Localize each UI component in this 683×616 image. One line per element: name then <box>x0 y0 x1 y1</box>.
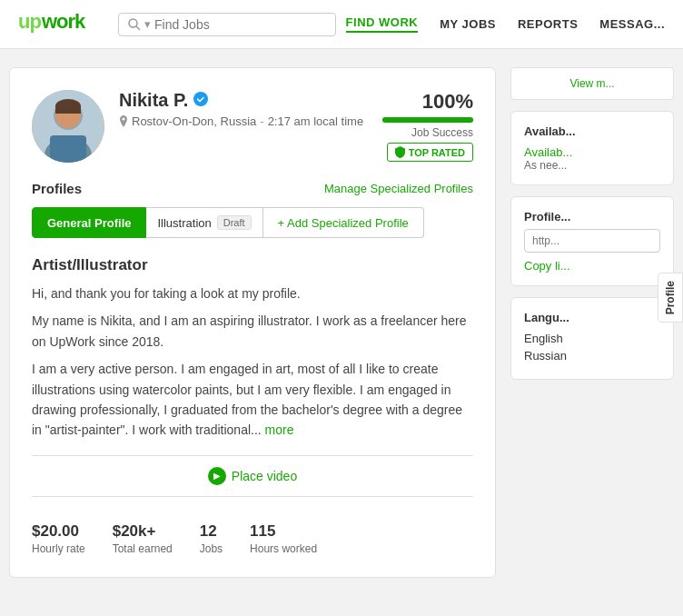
stat-hours-worked: 115 Hours worked <box>250 522 317 555</box>
place-video-label: Place video <box>232 469 297 483</box>
top-navigation: up work ▾ FIND WORK MY JOBS REPORTS MESS… <box>0 0 683 49</box>
logo[interactable]: up work <box>18 8 100 40</box>
bio-paragraph-2: My name is Nikita, and I am an aspiring … <box>32 311 473 352</box>
progress-bar-fill <box>382 117 473 123</box>
svg-point-2 <box>129 19 137 27</box>
nav-links: FIND WORK MY JOBS REPORTS MESSAG... <box>346 15 665 33</box>
verified-checkmark-icon <box>193 92 208 106</box>
local-time: 2:17 am local time <box>268 114 364 128</box>
profile-header: Nikita P. Rostov-On- <box>32 90 473 163</box>
location-icon <box>119 115 128 127</box>
svg-point-12 <box>123 118 125 121</box>
profile-stats: 100% Job Success TOP RATED <box>382 90 473 162</box>
svg-rect-7 <box>50 135 86 163</box>
tab-general-profile[interactable]: General Profile <box>32 207 146 238</box>
place-video-button[interactable]: ▶ Place video <box>208 467 297 485</box>
view-profile-link[interactable]: View m... <box>520 77 664 90</box>
profile-tabs: General Profile Illustration Draft + Add… <box>32 207 473 238</box>
tab-illustration-label: Illustration <box>157 216 211 230</box>
shield-icon <box>395 146 405 158</box>
availability-card: Availab... Availab... As nee... <box>510 111 674 185</box>
profile-name-row: Nikita P. <box>119 90 382 111</box>
profile-url-card: Profile... Copy li... <box>510 196 674 286</box>
logo-text: up work <box>18 12 100 39</box>
svg-text:work: work <box>41 10 86 33</box>
progress-bar <box>382 117 473 123</box>
location-text: Rostov-On-Don, Russia <box>132 114 256 128</box>
stat-jobs-label: Jobs <box>200 542 223 555</box>
profile-url-input[interactable] <box>524 229 660 253</box>
stat-hours-worked-value: 115 <box>250 522 317 541</box>
stat-hours-worked-label: Hours worked <box>250 542 317 555</box>
right-sidebar: View m... Availab... Availab... As nee..… <box>510 67 674 578</box>
tab-add-specialized-profile[interactable]: + Add Specialized Profile <box>263 207 424 238</box>
verified-icon <box>193 92 208 110</box>
profile-vertical-tab[interactable]: Profile <box>658 273 683 323</box>
copy-link[interactable]: Copy li... <box>524 259 570 273</box>
bio-section: Artist/Illustrator Hi, and thank you for… <box>32 256 473 441</box>
bio-more-link[interactable]: more <box>265 422 294 437</box>
svg-point-11 <box>193 92 208 106</box>
profiles-title: Profiles <box>32 181 82 196</box>
profile-name: Nikita P. <box>119 90 188 111</box>
bio-paragraph-3: I am a very active person. I am engaged … <box>32 359 473 441</box>
top-rated-label: TOP RATED <box>409 147 465 158</box>
search-bar[interactable]: ▾ <box>118 13 336 36</box>
profile-tab-label: Profile <box>664 281 677 314</box>
profile-url-title: Profile... <box>524 210 660 224</box>
profile-info: Nikita P. Rostov-On- <box>119 90 382 128</box>
time-separator: - <box>260 114 263 128</box>
availability-title: Availab... <box>524 124 660 138</box>
search-icon <box>128 18 141 31</box>
job-success-label: Job Success <box>382 126 473 139</box>
stat-total-earned-label: Total earned <box>113 542 173 555</box>
profiles-section: Profiles Manage Specialized Profiles Gen… <box>32 181 473 238</box>
availability-status: Availab... <box>524 145 660 159</box>
stat-hourly-rate-value: $20.00 <box>32 522 85 541</box>
stat-total-earned: $20k+ Total earned <box>113 522 173 555</box>
search-dropdown-icon[interactable]: ▾ <box>144 17 151 31</box>
main-container: Nikita P. Rostov-On- <box>0 49 683 596</box>
job-success-percent: 100% <box>382 90 473 114</box>
video-section: ▶ Place video <box>32 455 473 497</box>
language-title: Langu... <box>524 311 660 324</box>
language-english: English <box>524 332 660 345</box>
avatar-image <box>32 90 104 163</box>
profile-location: Rostov-On-Don, Russia - 2:17 am local ti… <box>119 114 382 128</box>
top-rated-badge: TOP RATED <box>387 143 473 162</box>
bio-paragraph-1: Hi, and thank you for taking a look at m… <box>32 283 473 303</box>
stat-hourly-rate: $20.00 Hourly rate <box>32 522 85 555</box>
stats-row: $20.00 Hourly rate $20k+ Total earned 12… <box>32 512 473 555</box>
stat-hourly-rate-label: Hourly rate <box>32 542 85 555</box>
language-russian: Russian <box>524 349 660 363</box>
nav-find-work[interactable]: FIND WORK <box>346 15 419 33</box>
stat-total-earned-value: $20k+ <box>113 522 173 541</box>
svg-rect-10 <box>55 106 81 114</box>
bio-title: Artist/Illustrator <box>32 256 473 274</box>
nav-my-jobs[interactable]: MY JOBS <box>440 17 496 31</box>
draft-badge: Draft <box>217 215 252 230</box>
stat-jobs: 12 Jobs <box>200 522 223 555</box>
search-input[interactable] <box>154 17 326 32</box>
profile-side-panel: View m... <box>510 67 674 100</box>
languages-card: Langu... English Russian <box>510 297 674 380</box>
availability-sub: As nee... <box>524 159 660 172</box>
svg-text:up: up <box>18 10 41 33</box>
stat-jobs-value: 12 <box>200 522 223 541</box>
profile-card: Nikita P. Rostov-On- <box>9 67 496 578</box>
nav-messages[interactable]: MESSAG... <box>599 17 665 31</box>
play-icon: ▶ <box>208 467 226 485</box>
avatar <box>32 90 104 163</box>
profiles-header: Profiles Manage Specialized Profiles <box>32 181 473 196</box>
nav-reports[interactable]: REPORTS <box>518 17 578 31</box>
svg-line-3 <box>136 26 140 30</box>
tab-illustration-draft[interactable]: Illustration Draft <box>146 207 262 238</box>
manage-specialized-profiles-link[interactable]: Manage Specialized Profiles <box>324 182 473 195</box>
